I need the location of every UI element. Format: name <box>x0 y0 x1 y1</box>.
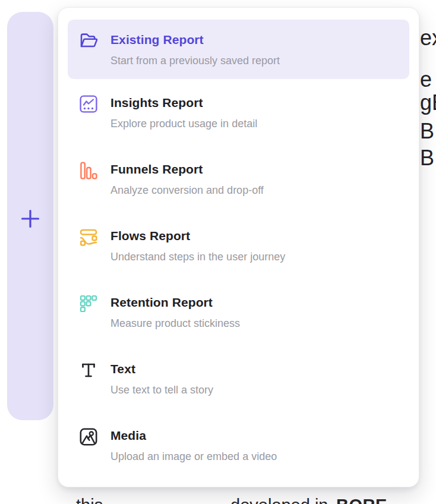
background-text-fragment: B <box>420 147 434 169</box>
insights-line-chart-icon <box>78 94 99 114</box>
background-text-fragment: BORE <box>336 496 387 504</box>
menu-item-title: Media <box>110 427 277 445</box>
menu-item-description: Understand steps in the user journey <box>110 250 285 264</box>
funnel-bars-icon <box>78 160 99 181</box>
menu-item-funnels-report[interactable]: Funnels Report Analyze conversion and dr… <box>68 146 409 212</box>
menu-item-media[interactable]: Media Upload an image or embed a video <box>68 412 409 478</box>
menu-item-description: Analyze conversion and drop-off <box>110 183 264 197</box>
menu-item-title: Text <box>110 360 213 378</box>
open-folder-icon <box>78 31 99 51</box>
menu-item-retention-report[interactable]: Retention Report Measure product stickin… <box>68 279 409 345</box>
background-text-fragment: B <box>420 121 434 142</box>
menu-item-description: Use text to tell a story <box>110 383 213 397</box>
menu-item-text[interactable]: Text Use text to tell a story <box>68 345 409 412</box>
menu-item-existing-report[interactable]: Existing Report Start from a previously … <box>68 20 409 79</box>
add-content-menu: Existing Report Start from a previously … <box>58 7 419 487</box>
background-text-line: this developed in BORE <box>0 496 436 504</box>
add-content-button[interactable] <box>20 209 40 229</box>
menu-item-description: Start from a previously saved report <box>110 53 280 68</box>
menu-item-title: Insights Report <box>110 94 257 112</box>
menu-item-insights-report[interactable]: Insights Report Explore product usage in… <box>68 79 409 146</box>
plus-icon <box>20 209 40 229</box>
menu-item-description: Measure product stickiness <box>110 316 240 330</box>
menu-item-title: Funnels Report <box>110 160 264 178</box>
background-text-fragment: ex <box>420 27 436 49</box>
flows-path-icon <box>78 227 99 247</box>
background-text-fragment: gB <box>420 92 436 114</box>
menu-item-flows-report[interactable]: Flows Report Understand steps in the use… <box>68 212 409 279</box>
background-text-fragment: this <box>76 496 103 504</box>
background-text-fragment: developed in <box>230 496 328 504</box>
menu-item-title: Existing Report <box>110 31 280 49</box>
menu-item-title: Retention Report <box>110 294 240 311</box>
media-image-icon <box>78 427 99 447</box>
text-serif-t-icon <box>78 360 99 380</box>
menu-item-description: Upload an image or embed a video <box>110 449 277 464</box>
menu-item-description: Explore product usage in detail <box>110 116 257 131</box>
add-content-rail <box>7 12 53 420</box>
menu-item-title: Flows Report <box>110 227 285 245</box>
retention-grid-icon <box>78 294 99 314</box>
background-text-fragment: e <box>420 69 432 90</box>
